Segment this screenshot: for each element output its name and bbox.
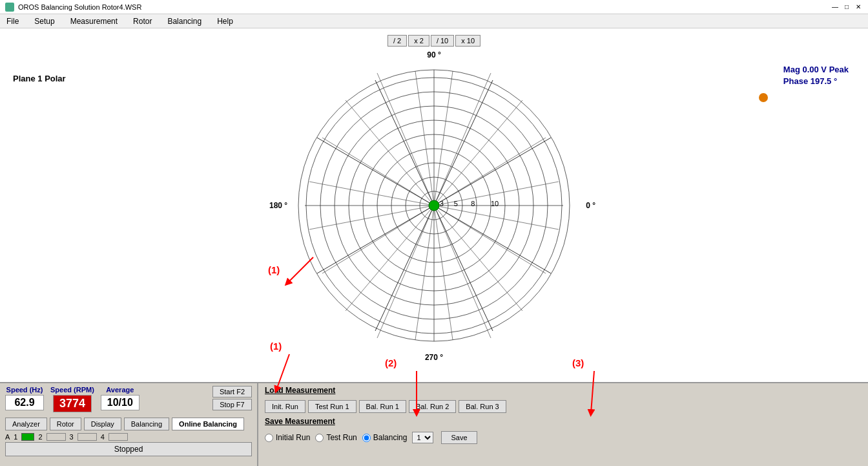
balancing-radio-group: Balancing bbox=[362, 433, 408, 442]
scale-5: 5 bbox=[454, 200, 458, 207]
x2-button[interactable]: x 2 bbox=[408, 35, 429, 47]
div2-button[interactable]: / 2 bbox=[388, 35, 407, 47]
stopped-badge: Stopped bbox=[5, 442, 252, 456]
bottom-left-panel: Speed (Hz) 62.9 Speed (RPM) 3774 Average… bbox=[0, 383, 258, 466]
main-area: / 2 x 2 / 10 x 10 Mag 0.00 V Peak Phase … bbox=[0, 28, 868, 466]
svg-point-42 bbox=[429, 200, 439, 211]
degree-0-label: 0 ° bbox=[586, 201, 595, 210]
svg-line-31 bbox=[346, 206, 434, 311]
chart-area: / 2 x 2 / 10 x 10 Mag 0.00 V Peak Phase … bbox=[0, 28, 868, 382]
speed-hz-group: Speed (Hz) 62.9 bbox=[5, 386, 44, 410]
maximize-button[interactable]: □ bbox=[842, 3, 851, 12]
menu-file[interactable]: File bbox=[3, 16, 23, 27]
annotation-1: (1) bbox=[268, 264, 280, 275]
x10-button[interactable]: x 10 bbox=[455, 35, 480, 47]
app-icon bbox=[5, 3, 14, 12]
window-title: OROS Balancing Solution Rotor4.WSR bbox=[18, 3, 141, 11]
svg-line-24 bbox=[309, 182, 434, 206]
start-button[interactable]: Start F2 bbox=[212, 386, 252, 397]
channel-prefix: A bbox=[5, 433, 10, 441]
svg-line-26 bbox=[346, 100, 434, 206]
speed-rpm-value: 3774 bbox=[53, 395, 92, 412]
menu-rotor[interactable]: Rotor bbox=[129, 16, 156, 27]
load-buttons-row: Init. Run Test Run 1 Bal. Run 1 Bal. Run… bbox=[265, 400, 862, 413]
menu-bar: File Setup Measurement Rotor Balancing H… bbox=[0, 14, 868, 28]
bottom-right-panel: Load Measurement Init. Run Test Run 1 Ba… bbox=[258, 383, 868, 466]
window-controls[interactable]: — □ ✕ bbox=[831, 3, 863, 12]
polar-chart: 90 ° 270 ° 0 ° 180 ° 3 5 8 10 bbox=[292, 63, 576, 348]
speed-rpm-group: Speed (RPM) 3774 bbox=[50, 386, 94, 412]
channel-2: 2 bbox=[38, 433, 42, 441]
svg-line-17 bbox=[434, 73, 491, 206]
svg-line-27 bbox=[377, 73, 434, 206]
plane-label: Plane 1 Polar bbox=[13, 74, 66, 83]
speed-hz-value: 62.9 bbox=[5, 395, 44, 410]
svg-line-21 bbox=[434, 206, 522, 311]
init-run-button[interactable]: Init. Run bbox=[265, 400, 305, 413]
average-group: Average 10/10 bbox=[101, 386, 140, 410]
start-stop-column: Start F2 Stop F7 bbox=[212, 386, 252, 410]
phase-value: Phase 197.5 ° bbox=[783, 76, 849, 87]
scale-3: 3 bbox=[440, 200, 444, 207]
channel-3-indicator bbox=[78, 433, 97, 441]
scale-10: 10 bbox=[491, 200, 499, 207]
bal-run2-button[interactable]: Bal. Run 2 bbox=[409, 400, 456, 413]
svg-line-29 bbox=[309, 206, 434, 229]
load-measurement-title: Load Measurement bbox=[265, 386, 862, 395]
test-run-label: Test Run bbox=[326, 433, 356, 442]
mag-phase-display: Mag 0.00 V Peak Phase 197.5 ° bbox=[783, 64, 849, 87]
stop-button[interactable]: Stop F7 bbox=[212, 399, 252, 410]
svg-line-32 bbox=[377, 206, 434, 338]
channel-3: 3 bbox=[70, 433, 74, 441]
save-measurement-title: Save Measurement bbox=[265, 417, 862, 426]
menu-balancing[interactable]: Balancing bbox=[163, 16, 205, 27]
rotor-tab[interactable]: Rotor bbox=[50, 418, 81, 430]
save-measurement-row: Initial Run Test Run Balancing 1 2 3 Sav… bbox=[265, 431, 862, 444]
channel-indicator bbox=[21, 433, 34, 441]
test-run1-button[interactable]: Test Run 1 bbox=[308, 400, 356, 413]
minimize-button[interactable]: — bbox=[831, 3, 840, 12]
balancing-radio[interactable] bbox=[362, 434, 371, 442]
menu-help[interactable]: Help bbox=[213, 16, 237, 27]
channel-4: 4 bbox=[101, 433, 105, 441]
analyzer-tab[interactable]: Analyzer bbox=[5, 418, 47, 430]
svg-line-19 bbox=[434, 206, 559, 229]
close-button[interactable]: ✕ bbox=[854, 3, 863, 12]
initial-run-radio[interactable] bbox=[265, 434, 273, 442]
div10-button[interactable]: / 10 bbox=[431, 35, 454, 47]
speed-hz-label: Speed (Hz) bbox=[6, 386, 43, 394]
degree-90-label: 90 ° bbox=[427, 50, 440, 59]
bottom-panel: Speed (Hz) 62.9 Speed (RPM) 3774 Average… bbox=[0, 382, 868, 466]
arrow-1 bbox=[281, 254, 320, 295]
initial-run-radio-group: Initial Run bbox=[265, 433, 310, 442]
degree-270-label: 270 ° bbox=[425, 353, 443, 362]
save-number-select[interactable]: 1 2 3 bbox=[412, 432, 433, 443]
display-tab[interactable]: Display bbox=[84, 418, 121, 430]
speed-rpm-label: Speed (RPM) bbox=[50, 386, 94, 394]
test-run-radio-group: Test Run bbox=[315, 433, 356, 442]
scale-8: 8 bbox=[471, 200, 475, 207]
menu-setup[interactable]: Setup bbox=[30, 16, 58, 27]
svg-line-36 bbox=[434, 206, 551, 273]
title-bar: OROS Balancing Solution Rotor4.WSR — □ ✕ bbox=[0, 0, 868, 14]
online-balancing-tab[interactable]: Online Balancing bbox=[172, 418, 244, 430]
tab-row: Analyzer Rotor Display Balancing Online … bbox=[5, 418, 252, 430]
data-point-dot bbox=[759, 93, 768, 102]
chart-toolbar: / 2 x 2 / 10 x 10 bbox=[388, 35, 480, 47]
degree-180-label: 180 ° bbox=[269, 201, 287, 210]
initial-run-label: Initial Run bbox=[276, 433, 310, 442]
save-button[interactable]: Save bbox=[441, 431, 477, 444]
bal-run3-button[interactable]: Bal. Run 3 bbox=[459, 400, 506, 413]
bal-run1-button[interactable]: Bal. Run 1 bbox=[359, 400, 406, 413]
channel-2-indicator bbox=[46, 433, 66, 441]
mag-value: Mag 0.00 V Peak bbox=[783, 64, 849, 76]
average-label: Average bbox=[106, 386, 134, 394]
balancing-label: Balancing bbox=[373, 433, 408, 442]
svg-line-22 bbox=[434, 206, 491, 338]
menu-measurement[interactable]: Measurement bbox=[67, 16, 121, 27]
balancing-tab[interactable]: Balancing bbox=[124, 418, 169, 430]
average-value: 10/10 bbox=[101, 395, 140, 410]
channel-4-indicator bbox=[108, 433, 128, 441]
test-run-radio[interactable] bbox=[315, 434, 324, 442]
channel-row: A 1 2 3 4 bbox=[5, 433, 252, 441]
